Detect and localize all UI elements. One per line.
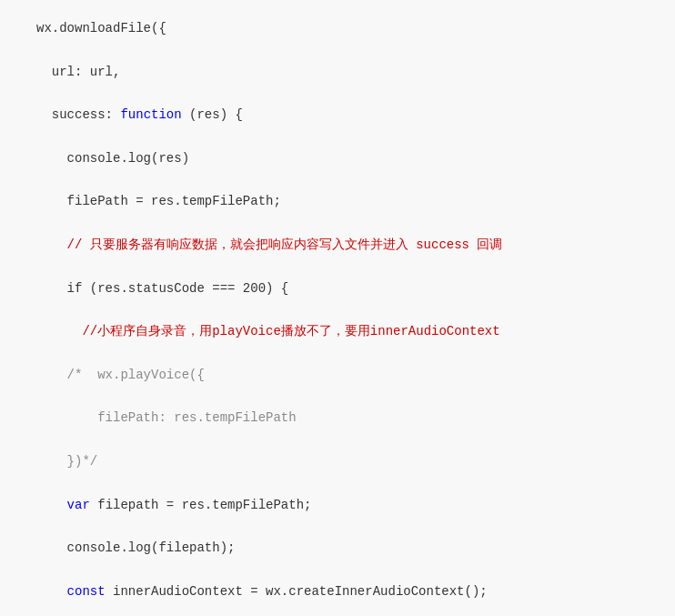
code-line [36, 429, 657, 451]
code-line: wx.downloadFile({ [36, 18, 657, 40]
code-editor: wx.downloadFile({ url: url, success: fun… [0, 0, 675, 616]
code-line [36, 83, 657, 105]
code-line: console.log(res) [36, 148, 657, 170]
code-line: filePath: res.tempFilePath [36, 408, 657, 429]
code-line [36, 473, 657, 495]
code-line: // 只要服务器有响应数据，就会把响应内容写入文件并进入 success 回调 [36, 235, 657, 257]
code-line: //小程序自身录音，用playVoice播放不了，要用innerAudioCon… [36, 321, 657, 343]
code-line [36, 560, 657, 581]
code-line: })*/ [36, 451, 657, 473]
code-line: if (res.statusCode === 200) { [36, 278, 657, 300]
code-line [36, 516, 657, 538]
code-line: /* wx.playVoice({ [36, 365, 657, 387]
code-line [36, 343, 657, 365]
code-line [36, 40, 657, 62]
code-line [36, 213, 657, 235]
code-line [36, 387, 657, 409]
code-line: url: url, [36, 62, 657, 84]
code-line: filePath = res.tempFilePath; [36, 191, 657, 213]
code-line [36, 170, 657, 192]
code-line [36, 299, 657, 321]
code-line: console.log(filepath); [36, 538, 657, 560]
code-line [36, 126, 657, 148]
code-line [36, 603, 657, 616]
code-line: success: function (res) { [36, 105, 657, 126]
code-content: wx.downloadFile({ url: url, success: fun… [36, 18, 657, 616]
code-line: var filepath = res.tempFilePath; [36, 495, 657, 517]
code-line [36, 257, 657, 278]
code-line: const innerAudioContext = wx.createInner… [36, 581, 657, 603]
